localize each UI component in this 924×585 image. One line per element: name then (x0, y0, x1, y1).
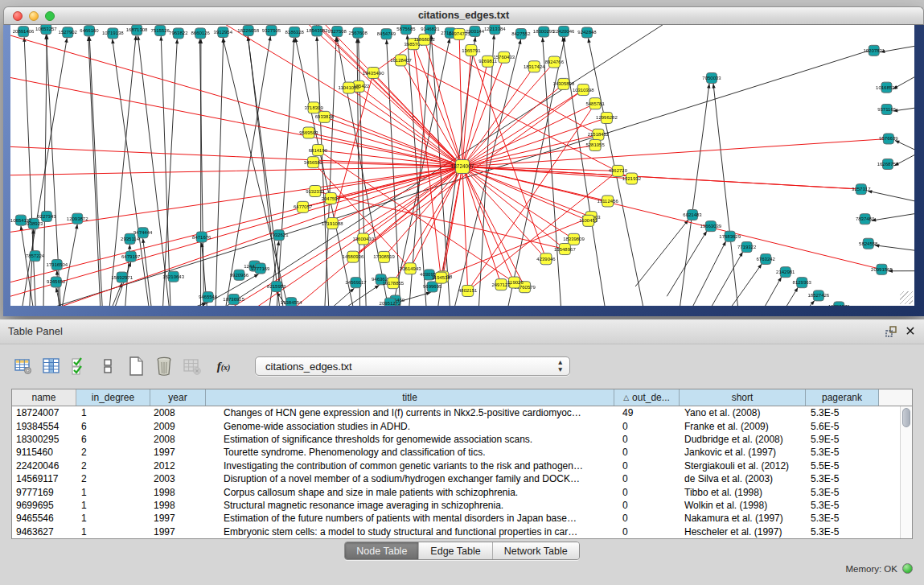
cell-pagerank: 5.3E-5 (806, 407, 879, 418)
cell-short: Stergiakouli et al. (2012) (680, 460, 806, 472)
table-options-icon[interactable] (13, 356, 34, 377)
cell-short: Jankovic et al. (1997) (680, 447, 806, 458)
network-window-title: citations_edges.txt (4, 10, 923, 21)
cell-pagerank: 5.3E-5 (806, 500, 879, 511)
cell-out_degree: 0 (614, 526, 680, 538)
column-header-label: in_degree (92, 392, 134, 403)
column-header-in_degree[interactable]: in_degree (76, 389, 150, 406)
cell-short: Dudbridge et al. (2008) (680, 434, 806, 445)
delete-table-icon[interactable] (182, 356, 203, 377)
cell-title: Structural magnetic resonance image aver… (206, 500, 614, 511)
show-columns-icon[interactable] (41, 356, 62, 377)
create-column-icon[interactable] (125, 356, 146, 377)
cell-in_degree: 1 (76, 500, 150, 511)
table-row[interactable]: 969969511998Structural magnetic resonanc… (12, 499, 912, 512)
cell-out_degree: 0 (614, 500, 680, 511)
tab-edge-table[interactable]: Edge Table (418, 542, 491, 559)
table-row[interactable]: 911546021997Tourette syndrome. Phenomeno… (12, 446, 912, 459)
cell-out_degree: 0 (614, 447, 680, 458)
cell-short: Tibbo et al. (1998) (680, 487, 806, 498)
cell-in_degree: 6 (76, 434, 150, 445)
window-frame (3, 25, 924, 316)
network-view-canvas[interactable] (10, 25, 914, 306)
table-row[interactable]: 1872400712008Changes of HCN gene express… (12, 406, 912, 419)
cell-out_degree: 0 (614, 460, 680, 472)
column-header-pagerank[interactable]: pagerank (806, 389, 879, 406)
column-header-title[interactable]: title (206, 389, 614, 406)
cell-out_degree: 0 (614, 487, 680, 498)
table-panel-title: Table Panel (8, 325, 63, 337)
resize-grip[interactable] (900, 291, 913, 304)
function-builder-icon[interactable]: f(x) (210, 356, 237, 377)
cell-short: de Silva et al. (2003) (680, 473, 806, 484)
cell-pagerank: 5.3E-5 (806, 526, 879, 538)
status-bar: Memory: OK (845, 563, 913, 574)
cell-out_degree: 49 (614, 407, 680, 418)
table-panel: Table Panel ✕ (0, 319, 924, 585)
scrollbar-thumb[interactable] (902, 408, 910, 427)
tab-network-table[interactable]: Network Table (492, 542, 579, 559)
table-row[interactable]: 2242004622012Investigating the contribut… (12, 459, 912, 472)
cell-title: Disruption of a novel member of a sodium… (206, 473, 614, 484)
cell-year: 2008 (150, 434, 206, 445)
cell-short: Hescheler et al. (1997) (680, 526, 806, 538)
network-window-titlebar[interactable]: citations_edges.txt (3, 6, 924, 25)
column-header-filler (879, 389, 912, 406)
float-panel-icon[interactable] (884, 324, 898, 339)
cell-title: Corpus callosum shape and size in male p… (206, 487, 614, 498)
row-options-icon[interactable] (97, 356, 118, 377)
cell-year: 2008 (150, 407, 206, 418)
table-row[interactable]: 977716911998Corpus callosum shape and si… (12, 485, 912, 498)
table-panel-header: Table Panel ✕ (0, 319, 924, 344)
table-selector-value: citations_edges.txt (265, 360, 352, 373)
cell-title: Estimation of significance thresholds fo… (206, 434, 614, 445)
node-table: namein_degreeyeartitle△out_de...shortpag… (11, 389, 913, 539)
select-columns-icon[interactable] (69, 356, 90, 377)
cell-out_degree: 0 (614, 434, 680, 445)
cell-year: 1997 (150, 526, 206, 538)
memory-status-label: Memory: OK (845, 564, 897, 574)
cell-year: 1997 (150, 513, 206, 524)
cell-in_degree: 1 (76, 407, 150, 418)
cell-pagerank: 5.5E-5 (806, 460, 879, 472)
table-selector-dropdown[interactable]: citations_edges.txt ▲▼ (255, 356, 570, 376)
column-header-label: year (168, 392, 187, 403)
close-panel-icon[interactable]: ✕ (903, 324, 918, 339)
dropdown-stepper-icon: ▲▼ (557, 359, 564, 373)
cell-out_degree: 0 (614, 513, 680, 524)
column-header-year[interactable]: year (150, 389, 206, 406)
table-row[interactable]: 1938455462009Genome-wide association stu… (12, 419, 912, 432)
cell-in_degree: 1 (76, 487, 150, 498)
table-row[interactable]: 946362711997Embryonic stem cells: a mode… (12, 525, 912, 538)
cell-out_degree: 0 (614, 473, 680, 484)
column-header-label: short (732, 392, 754, 403)
cell-title: Changes of HCN gene expression and I(f) … (206, 407, 614, 418)
column-header-label: title (402, 392, 417, 403)
tab-node-table[interactable]: Node Table (345, 542, 418, 559)
cell-title: Tourette syndrome. Phenomenology and cla… (206, 447, 614, 458)
cell-in_degree: 2 (76, 473, 150, 484)
cell-title: Embryonic stem cells: a model to study s… (206, 526, 614, 538)
table-row[interactable]: 1456911722003Disruption of a novel membe… (12, 472, 912, 485)
delete-columns-icon[interactable] (154, 356, 175, 377)
column-header-out_degree[interactable]: △out_de... (614, 389, 680, 406)
vertical-scrollbar[interactable] (900, 406, 912, 538)
cell-name: 9463627 (12, 526, 76, 538)
cell-year: 2003 (150, 473, 206, 484)
cell-name: 18300295 (12, 434, 76, 445)
cell-out_degree: 0 (614, 421, 680, 432)
column-header-name[interactable]: name (12, 389, 76, 406)
memory-status-indicator[interactable] (902, 563, 913, 574)
sort-ascending-icon: △ (623, 393, 629, 402)
cell-pagerank: 5.6E-5 (806, 421, 879, 432)
table-row[interactable]: 946554611997Estimation of the future num… (12, 512, 912, 525)
cell-pagerank: 5.3E-5 (806, 487, 879, 498)
cell-pagerank: 5.3E-5 (806, 513, 879, 524)
cell-in_degree: 1 (76, 526, 150, 538)
column-header-label: out_de... (632, 392, 670, 403)
cell-short: Franke et al. (2009) (680, 421, 806, 432)
cell-short: Wolkin et al. (1998) (680, 500, 806, 511)
table-row[interactable]: 1830029562008Estimation of significance … (12, 433, 912, 446)
cell-name: 9115460 (12, 447, 76, 458)
column-header-short[interactable]: short (680, 389, 806, 406)
